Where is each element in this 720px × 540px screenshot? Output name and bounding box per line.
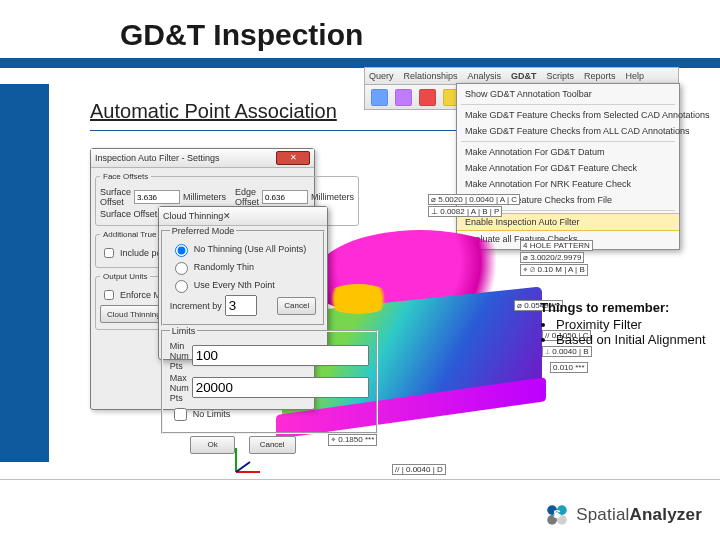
cancel-button[interactable]: Cancel xyxy=(277,297,316,315)
dropdown-item[interactable]: Make Annotation For NRK Feature Check xyxy=(457,176,679,192)
max-pts-input[interactable] xyxy=(192,377,369,398)
notes-item: Proximity Filter xyxy=(556,317,708,332)
footer-separator xyxy=(0,479,720,480)
svg-line-2 xyxy=(236,462,250,472)
cloud-thinning-dialog: Cloud Thinning ✕ Preferred Mode No Thinn… xyxy=(158,206,328,360)
dropdown-item[interactable]: Make GD&T Feature Checks from ALL CAD An… xyxy=(457,123,679,139)
field-label: Increment by xyxy=(170,301,222,311)
gdandt-callout: 0.010 *** xyxy=(550,362,588,373)
dropdown-item[interactable]: Show GD&T Annotation Toolbar xyxy=(457,86,679,102)
units-label: Millimeters xyxy=(311,192,354,202)
gdandt-callout: ⊥ 0.0082 | A | B | P xyxy=(428,206,502,217)
remember-notes: Things to remember: Proximity Filter Bas… xyxy=(540,300,708,347)
page-title: GD&T Inspection xyxy=(120,18,363,52)
toolbar-icon[interactable] xyxy=(419,89,436,106)
gdandt-callout: ⌖ 0.1850 *** xyxy=(328,434,377,446)
field-label: No Limits xyxy=(193,409,231,419)
no-limits-checkbox[interactable] xyxy=(174,408,187,421)
field-label: Edge Offset xyxy=(235,187,259,207)
cancel-button[interactable]: Cancel xyxy=(249,436,296,454)
left-accent-strip xyxy=(0,84,49,462)
dropdown-item[interactable]: Make Annotation For GD&T Feature Check xyxy=(457,160,679,176)
field-label: Min Num Pts xyxy=(170,341,189,371)
gdandt-callout: ⌀ 5.0020 | 0.0040 | A | C xyxy=(428,194,520,205)
menu-item[interactable]: Query xyxy=(369,71,394,81)
toolbar-icon[interactable] xyxy=(395,89,412,106)
close-icon[interactable]: ✕ xyxy=(276,151,310,165)
separator xyxy=(461,141,675,142)
logo-icon: S xyxy=(544,502,570,528)
surface-offset-input[interactable] xyxy=(134,190,180,204)
radio-label: Use Every Nth Point xyxy=(194,280,275,290)
include-points-checkbox[interactable] xyxy=(104,248,114,258)
gdandt-callout: // | 0.0040 | D xyxy=(392,464,446,475)
toolbar-icon[interactable] xyxy=(371,89,388,106)
dialog-title: Inspection Auto Filter - Settings xyxy=(95,153,220,163)
dialog-titlebar[interactable]: Cloud Thinning ✕ xyxy=(159,207,327,226)
units-label: Millimeters xyxy=(183,192,226,202)
dropdown-item[interactable]: Make Annotation For GD&T Datum xyxy=(457,144,679,160)
menu-item[interactable]: Scripts xyxy=(547,71,575,81)
brand-text: SpatialAnalyzer xyxy=(576,505,702,525)
menu-item[interactable]: Analysis xyxy=(468,71,502,81)
group-legend: Limits xyxy=(170,326,198,336)
random-thin-radio[interactable] xyxy=(175,262,188,275)
no-thinning-radio[interactable] xyxy=(175,244,188,257)
radio-label: Randomly Thin xyxy=(194,262,254,272)
min-pts-input[interactable] xyxy=(192,345,369,366)
limits-group: Limits Min Num Pts Max Num Pts No Limits xyxy=(161,326,378,434)
notes-heading: Things to remember: xyxy=(540,300,708,315)
field-label: Surface Offset xyxy=(100,187,131,207)
close-icon[interactable]: ✕ xyxy=(223,211,231,221)
gdandt-callout: 4 HOLE PATTERN xyxy=(520,240,593,251)
group-legend: Face Offsets xyxy=(100,172,151,181)
menu-item[interactable]: Help xyxy=(626,71,645,81)
dialog-title: Cloud Thinning xyxy=(163,211,223,221)
menu-item[interactable]: Relationships xyxy=(404,71,458,81)
preferred-mode-group: Preferred Mode No Thinning (Use All Poin… xyxy=(161,226,325,326)
gdt-dropdown: Show GD&T Annotation Toolbar Make GD&T F… xyxy=(456,83,680,250)
page-subtitle: Automatic Point Association xyxy=(90,100,337,123)
brand-logo: S SpatialAnalyzer xyxy=(544,502,702,528)
increment-input[interactable] xyxy=(225,295,257,316)
ok-button[interactable]: Ok xyxy=(190,436,234,454)
gdandt-callout: ⌀ 3.0020/2.9979 xyxy=(520,252,584,263)
enforce-max-checkbox[interactable] xyxy=(104,290,114,300)
notes-item: Based on Initial Alignment xyxy=(556,332,708,347)
app-menubar: Query Relationships Analysis GD&T Script… xyxy=(364,67,679,110)
dropdown-item[interactable]: Make GD&T Feature Checks from Selected C… xyxy=(457,107,679,123)
nth-point-radio[interactable] xyxy=(175,280,188,293)
menu-item[interactable]: GD&T xyxy=(511,71,537,81)
content-area: Query Relationships Analysis GD&T Script… xyxy=(90,140,690,480)
field-label: Max Num Pts xyxy=(170,373,189,403)
menu-item[interactable]: Reports xyxy=(584,71,616,81)
separator xyxy=(461,104,675,105)
radio-label: No Thinning (Use All Points) xyxy=(194,244,306,254)
group-legend: Preferred Mode xyxy=(170,226,237,236)
gdandt-callout: ⟂ 0.0040 | B xyxy=(542,346,592,357)
gdandt-callout: ⌖ ⌀ 0.10 M | A | B xyxy=(520,264,588,276)
group-legend: Output Units xyxy=(100,272,150,281)
dialog-titlebar[interactable]: Inspection Auto Filter - Settings ✕ xyxy=(91,149,314,168)
point-cloud-highlight xyxy=(322,284,394,314)
edge-offset-input[interactable] xyxy=(262,190,308,204)
svg-text:S: S xyxy=(553,508,561,520)
